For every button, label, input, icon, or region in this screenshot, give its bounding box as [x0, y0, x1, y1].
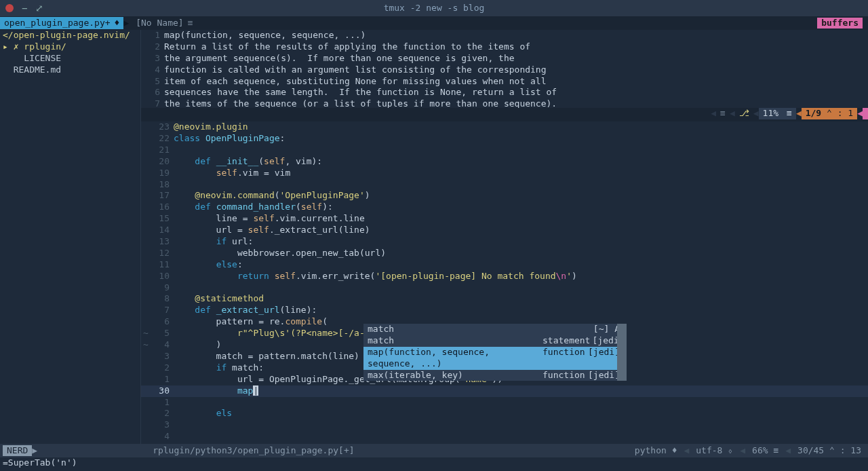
code-line[interactable]: 4 — [141, 431, 868, 442]
code-line[interactable]: 21 — [141, 145, 868, 156]
code-line[interactable]: 16 def command_handler(self): — [141, 202, 868, 213]
code-line[interactable]: 5 @staticmethod — [141, 442, 868, 444]
maximize-icon[interactable]: ⤢ — [35, 2, 43, 14]
percent: 11% — [759, 108, 783, 119]
file-path: rplugin/python3/open_plugin_page.py[+] — [153, 445, 354, 457]
code-line[interactable]: 2 els — [141, 408, 868, 419]
code-line[interactable]: 12 webbrowser.open_new_tab(url) — [141, 248, 868, 259]
completion-scrollbar[interactable] — [617, 324, 627, 381]
tab-label: open_plugin_page.py+ — [4, 18, 111, 29]
filetype: python ♦ — [631, 445, 682, 457]
chevron-right-icon: ▶ — [32, 445, 37, 457]
code-line[interactable]: 17 @neovim.command('OpenPluginPage') — [141, 190, 868, 202]
doc-line: 5item of each sequence, substituting Non… — [141, 76, 868, 88]
tree-item[interactable]: README.md — [0, 64, 140, 76]
code-line[interactable]: 23@neovim.plugin — [141, 121, 868, 133]
chevron-right-icon: ▶ — [123, 18, 129, 29]
completion-item[interactable]: match[~] A — [363, 324, 617, 335]
code-line[interactable]: 30 map| — [141, 385, 868, 397]
code-line[interactable]: 22class OpenPluginPage: — [141, 133, 868, 145]
doc-line: 6sequences have the same length. If the … — [141, 87, 868, 98]
completion-item[interactable]: map(function, sequence, sequence, ...)fu… — [363, 347, 617, 370]
tree-root[interactable]: </open-plugin-page.nvim/ — [0, 30, 140, 41]
code-line[interactable]: 8 @staticmethod — [141, 293, 868, 305]
code-line[interactable]: 9 — [141, 282, 868, 294]
command-line[interactable]: =SuperTab('n') — [0, 457, 868, 471]
code-line[interactable]: 7 def _extract_url(line): — [141, 305, 868, 316]
completion-item[interactable]: matchstatement[jedi] — [363, 335, 617, 347]
hamburger-icon: ≡ — [188, 18, 193, 29]
file-tree-sidebar[interactable]: </open-plugin-page.nvim/ ▸ ✗ rplugin/ LI… — [0, 30, 141, 444]
lines-icon: ≡ — [716, 108, 730, 119]
code-line[interactable]: 18 — [141, 179, 868, 191]
buffer-tabline: open_plugin_page.py+ ♦ ▶ [No Name] ≡ buf… — [0, 16, 868, 30]
code-line[interactable]: 11 else: — [141, 259, 868, 271]
modified-icon: ♦ — [115, 18, 120, 29]
completion-item[interactable]: max(iterable, key)function[jedi] — [363, 370, 617, 381]
tab-inactive[interactable]: [No Name] ≡ — [129, 18, 199, 29]
window-title: tmux -2 new -s blog — [384, 3, 485, 14]
doc-line: 3the argument sequence(s). If more than … — [141, 53, 868, 64]
code-line[interactable]: 13 if url: — [141, 236, 868, 248]
close-icon[interactable] — [5, 4, 14, 12]
code-line[interactable]: 14 url = self._extract_url(line) — [141, 225, 868, 236]
tree-item[interactable]: LICENSE — [0, 53, 140, 64]
window-titlebar: − ⤢ tmux -2 new -s blog — [0, 0, 868, 16]
code-line[interactable]: 15 line = self.vim.current.line — [141, 213, 868, 225]
split-statusline: ◀ ≡ ◀ ⎇ ◀ 11% ≡ ◀ 1/9 ⌃ : 1 ◀ — [141, 108, 868, 121]
buffers-badge[interactable]: buffers — [817, 18, 863, 29]
tree-item[interactable]: ▸ ✗ rplugin/ — [0, 41, 140, 53]
nerd-mode-badge: NERD — [3, 445, 32, 457]
code-line[interactable]: 10 return self.vim.err_write('[open-plug… — [141, 271, 868, 282]
tab-active[interactable]: open_plugin_page.py+ ♦ — [0, 17, 123, 30]
minimize-icon[interactable]: − — [22, 2, 27, 14]
signature-help: map(function, sequence, sequence, ...) — [164, 30, 366, 40]
code-line[interactable]: 3 — [141, 419, 868, 431]
completion-menu[interactable]: match[~] Amatchstatement[jedi]map(functi… — [363, 324, 617, 381]
branch-icon: ⎇ — [735, 108, 753, 119]
encoding: utf-8 ⬨ — [692, 445, 737, 457]
code-line[interactable]: 19 self.vim = vim — [141, 168, 868, 179]
code-line[interactable]: 1 — [141, 397, 868, 409]
editor-pane[interactable]: 1map(function, sequence, sequence, ...) … — [141, 30, 868, 444]
percent: 66% ≡ — [748, 445, 783, 457]
code-line[interactable]: 20 def __init__(self, vim): — [141, 156, 868, 168]
doc-line: 2Return a list of the results of applyin… — [141, 41, 868, 53]
position: 30/45 ⌃ : 13 — [793, 445, 865, 457]
lineinfo: 1/9 ⌃ : 1 — [802, 108, 857, 119]
doc-line: 4function is called with an argument lis… — [141, 64, 868, 76]
statusline: NERD ▶ rplugin/python3/open_plugin_page.… — [0, 444, 868, 457]
tab-label: [No Name] — [136, 18, 183, 29]
